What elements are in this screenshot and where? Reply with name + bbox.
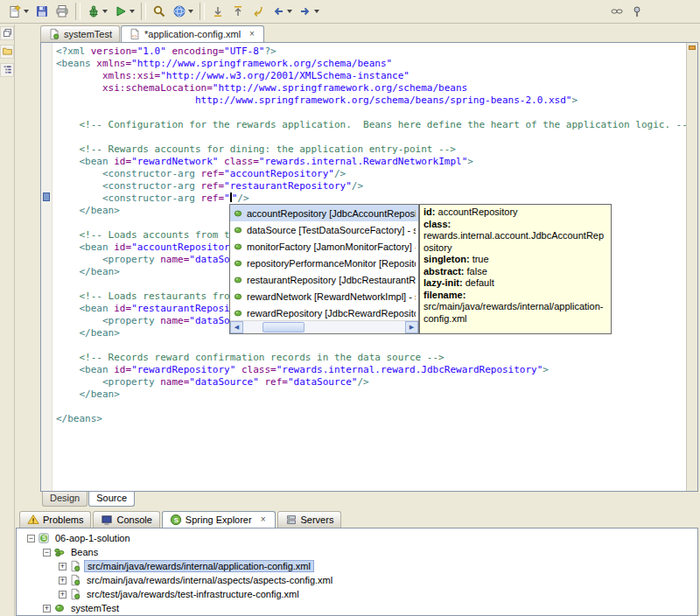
scroll-right-button[interactable]: ▶ [405, 321, 418, 333]
content-assist-popup[interactable]: accountRepository [JdbcAccountRepository… [229, 204, 419, 334]
open-web-browser-button[interactable] [170, 2, 196, 21]
new-wizard-button-dropdown-icon[interactable] [24, 10, 29, 13]
forward-icon [298, 4, 312, 18]
content-assist-item[interactable]: restaurantRepository [JdbcRestaurantRepo… [230, 271, 418, 288]
scroll-left-button[interactable]: ◀ [230, 321, 243, 333]
overview-ruler[interactable] [686, 43, 697, 491]
toolbar-separator [200, 3, 205, 20]
servers-icon [285, 514, 298, 526]
configfile-icon [69, 560, 81, 572]
tree-item[interactable]: −S06-aop-1-solution [17, 531, 697, 545]
tab-systemtest[interactable]: systemTest [40, 25, 120, 42]
tab-label: Spring Explorer [186, 514, 252, 525]
save-icon [35, 4, 49, 18]
tree-item[interactable]: +src/main/java/rewards/internal/applicat… [17, 559, 697, 573]
content-assist-item-label: monitorFactory [JamonMonitorFactory] - s… [247, 242, 416, 252]
tooltip-field: lazy-init: default [424, 277, 607, 290]
tree-item-label: systemTest [68, 602, 122, 614]
run-button-dropdown-icon[interactable] [130, 10, 135, 13]
console-icon [101, 514, 113, 526]
tab-console[interactable]: Console [93, 511, 159, 528]
open-web-browser-button-dropdown-icon[interactable] [188, 10, 193, 13]
main-toolbar [0, 0, 700, 24]
next-annotation-button[interactable] [208, 2, 228, 21]
tree-expander-icon[interactable]: + [59, 591, 66, 598]
content-assist-item-label: accountRepository [JdbcAccountRepository… [247, 208, 416, 219]
run-button[interactable] [111, 2, 137, 21]
bean-icon [233, 275, 243, 285]
restore-icon [2, 27, 13, 40]
next-icon [211, 4, 225, 18]
tooltip-field: filename: src/main/java/rewards/internal… [424, 290, 607, 326]
tab-design[interactable]: Design [42, 492, 88, 507]
outline-shortcut-button[interactable] [0, 63, 14, 77]
lastedit-icon [251, 4, 265, 18]
package-explorer-shortcut-button[interactable] [0, 45, 14, 59]
svg-text:S: S [174, 516, 178, 524]
bean-icon [233, 225, 243, 235]
content-assist-item[interactable]: dataSource [TestDataSourceFactory] - src… [230, 221, 418, 238]
print-icon [55, 4, 69, 18]
forward-button[interactable] [296, 2, 322, 21]
tab-application-config[interactable]: <> *application-config.xml × [121, 25, 264, 42]
assist-hscrollbar[interactable]: ◀ ▶ [230, 320, 418, 333]
tree-item[interactable]: +src/main/java/rewards/internal/aspects/… [17, 573, 697, 587]
restore-views-button[interactable] [0, 26, 14, 40]
tree-item[interactable]: +src/test/java/rewards/test-infrastructu… [17, 587, 697, 601]
tab-source[interactable]: Source [88, 492, 135, 507]
tree-item-label: 06-aop-1-solution [52, 532, 133, 544]
content-assist-item-label: dataSource [TestDataSourceFactory] - src… [247, 225, 416, 235]
tree-expander-icon[interactable]: − [43, 549, 51, 556]
link-with-editor-button[interactable] [607, 2, 626, 21]
debug-button-dropdown-icon[interactable] [102, 10, 108, 13]
last-edit-location-button[interactable] [248, 2, 268, 21]
annotation-ruler[interactable] [41, 43, 52, 491]
overview-annotation-marker[interactable] [689, 46, 696, 50]
beans-icon [53, 546, 66, 558]
content-assist-item[interactable]: rewardNetwork [RewardNetworkImpl] - src/… [230, 288, 418, 304]
content-assist-item-label: repositoryPerformanceMonitor [Repository… [247, 258, 416, 269]
tree-expander-icon[interactable]: + [59, 577, 66, 584]
forward-button-dropdown-icon[interactable] [314, 10, 319, 13]
problems-icon [27, 514, 39, 526]
bean-detail-tooltip: id: accountRepositoryclass: rewards.inte… [419, 204, 612, 334]
tree-expander-icon[interactable]: − [27, 535, 35, 542]
editor-tab-bar: systemTest <> *application-config.xml × [40, 24, 698, 42]
bean-icon [233, 291, 243, 302]
new-wizard-button[interactable] [5, 2, 32, 21]
run-icon [114, 4, 128, 18]
cursor-line-marker [43, 192, 50, 201]
scroll-thumb[interactable] [262, 322, 304, 332]
content-assist-item[interactable]: accountRepository [JdbcAccountRepository… [230, 205, 418, 221]
toolbar-left-group [5, 2, 322, 21]
tree-item[interactable]: −Beans [17, 545, 697, 559]
content-assist-item[interactable]: repositoryPerformanceMonitor [Repository… [230, 255, 418, 271]
left-view-bar [0, 24, 15, 616]
previous-annotation-button[interactable] [228, 2, 248, 21]
search-button[interactable] [150, 2, 169, 21]
spring-explorer-tree[interactable]: −S06-aop-1-solution−Beans+src/main/java/… [16, 528, 698, 616]
editor-mode-tabs: Design Source [40, 492, 136, 508]
back-icon [271, 4, 285, 18]
tree-expander-icon[interactable]: + [59, 563, 66, 570]
content-assist-item[interactable]: monitorFactory [JamonMonitorFactory] - s… [230, 238, 418, 255]
content-assist-item[interactable]: rewardRepository [JdbcRewardRepository] … [230, 304, 418, 320]
close-tab-icon[interactable]: × [259, 515, 268, 524]
scroll-track[interactable] [243, 321, 405, 333]
configfile-icon [69, 588, 81, 600]
tree-expander-icon[interactable]: + [43, 605, 51, 612]
tree-item[interactable]: +systemTest [17, 601, 697, 615]
tooltip-field: id: accountRepository [424, 206, 607, 219]
debug-button[interactable] [84, 2, 110, 21]
pin-editor-button[interactable] [627, 2, 647, 21]
tab-servers[interactable]: Servers [277, 511, 342, 528]
tab-spring-explorer[interactable]: S Spring Explorer × [162, 511, 276, 528]
config-file-icon [48, 28, 60, 40]
print-button[interactable] [52, 2, 72, 21]
back-button[interactable] [269, 2, 295, 21]
tab-problems[interactable]: Problems [19, 511, 91, 528]
close-tab-icon[interactable]: × [248, 30, 256, 38]
save-button[interactable] [32, 2, 52, 21]
back-button-dropdown-icon[interactable] [287, 10, 292, 13]
globe-icon [172, 4, 186, 18]
